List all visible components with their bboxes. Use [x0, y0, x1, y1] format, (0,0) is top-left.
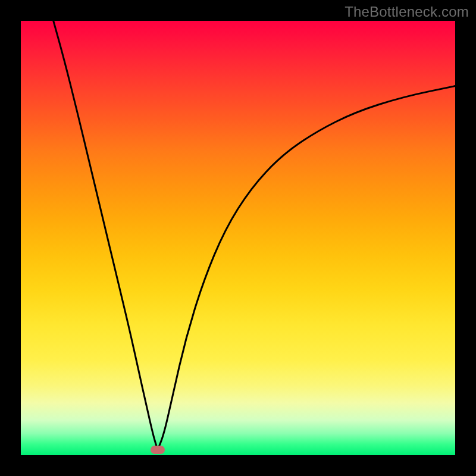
chart-frame: TheBottleneck.com: [0, 0, 476, 476]
plot-area: [21, 21, 455, 455]
watermark-text: TheBottleneck.com: [345, 4, 469, 20]
minimum-marker: [151, 446, 165, 454]
